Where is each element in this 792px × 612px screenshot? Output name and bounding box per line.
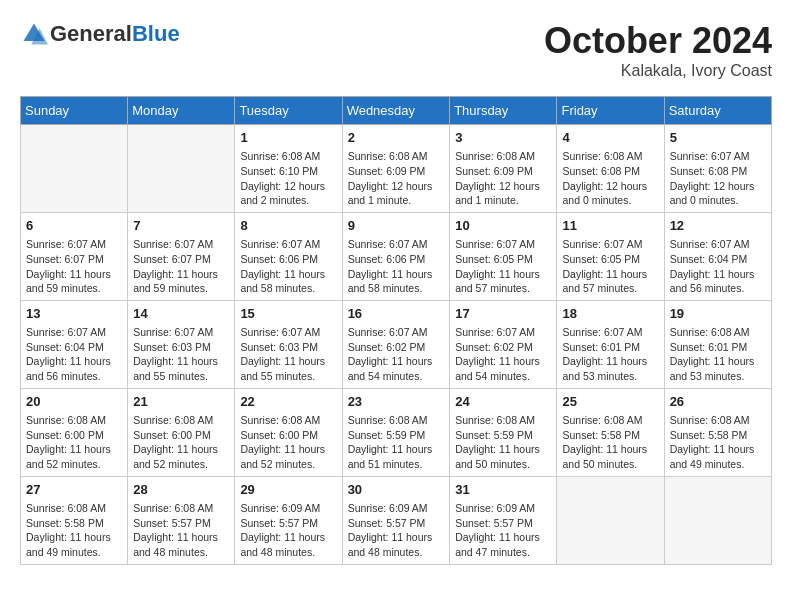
calendar-cell: 4Sunrise: 6:08 AM Sunset: 6:08 PM Daylig…	[557, 125, 664, 213]
day-number: 6	[26, 217, 122, 235]
logo-text: General Blue	[50, 21, 180, 47]
calendar-cell: 19Sunrise: 6:08 AM Sunset: 6:01 PM Dayli…	[664, 300, 771, 388]
day-number: 19	[670, 305, 766, 323]
day-number: 15	[240, 305, 336, 323]
day-info: Sunrise: 6:07 AM Sunset: 6:04 PM Dayligh…	[670, 237, 766, 296]
calendar-cell: 2Sunrise: 6:08 AM Sunset: 6:09 PM Daylig…	[342, 125, 450, 213]
day-info: Sunrise: 6:08 AM Sunset: 6:00 PM Dayligh…	[133, 413, 229, 472]
day-info: Sunrise: 6:08 AM Sunset: 5:57 PM Dayligh…	[133, 501, 229, 560]
day-number: 20	[26, 393, 122, 411]
day-number: 17	[455, 305, 551, 323]
calendar-cell: 9Sunrise: 6:07 AM Sunset: 6:06 PM Daylig…	[342, 212, 450, 300]
calendar-cell: 27Sunrise: 6:08 AM Sunset: 5:58 PM Dayli…	[21, 476, 128, 564]
calendar-cell: 14Sunrise: 6:07 AM Sunset: 6:03 PM Dayli…	[128, 300, 235, 388]
day-info: Sunrise: 6:08 AM Sunset: 6:09 PM Dayligh…	[455, 149, 551, 208]
calendar-cell: 31Sunrise: 6:09 AM Sunset: 5:57 PM Dayli…	[450, 476, 557, 564]
calendar-cell: 11Sunrise: 6:07 AM Sunset: 6:05 PM Dayli…	[557, 212, 664, 300]
calendar-cell: 21Sunrise: 6:08 AM Sunset: 6:00 PM Dayli…	[128, 388, 235, 476]
day-info: Sunrise: 6:08 AM Sunset: 6:01 PM Dayligh…	[670, 325, 766, 384]
calendar-table: SundayMondayTuesdayWednesdayThursdayFrid…	[20, 96, 772, 565]
calendar-cell: 12Sunrise: 6:07 AM Sunset: 6:04 PM Dayli…	[664, 212, 771, 300]
day-number: 29	[240, 481, 336, 499]
day-number: 30	[348, 481, 445, 499]
calendar-cell: 28Sunrise: 6:08 AM Sunset: 5:57 PM Dayli…	[128, 476, 235, 564]
day-number: 7	[133, 217, 229, 235]
day-info: Sunrise: 6:07 AM Sunset: 6:04 PM Dayligh…	[26, 325, 122, 384]
logo-general: General	[50, 21, 132, 47]
day-info: Sunrise: 6:07 AM Sunset: 6:05 PM Dayligh…	[455, 237, 551, 296]
day-number: 31	[455, 481, 551, 499]
calendar-week-row: 1Sunrise: 6:08 AM Sunset: 6:10 PM Daylig…	[21, 125, 772, 213]
day-number: 23	[348, 393, 445, 411]
weekday-header: Sunday	[21, 97, 128, 125]
calendar-cell: 23Sunrise: 6:08 AM Sunset: 5:59 PM Dayli…	[342, 388, 450, 476]
calendar-cell	[557, 476, 664, 564]
day-number: 22	[240, 393, 336, 411]
day-info: Sunrise: 6:09 AM Sunset: 5:57 PM Dayligh…	[348, 501, 445, 560]
day-number: 25	[562, 393, 658, 411]
day-number: 5	[670, 129, 766, 147]
day-number: 4	[562, 129, 658, 147]
day-number: 2	[348, 129, 445, 147]
calendar-week-row: 27Sunrise: 6:08 AM Sunset: 5:58 PM Dayli…	[21, 476, 772, 564]
weekday-header: Friday	[557, 97, 664, 125]
day-info: Sunrise: 6:07 AM Sunset: 6:01 PM Dayligh…	[562, 325, 658, 384]
day-number: 9	[348, 217, 445, 235]
day-info: Sunrise: 6:09 AM Sunset: 5:57 PM Dayligh…	[455, 501, 551, 560]
weekday-header: Saturday	[664, 97, 771, 125]
day-info: Sunrise: 6:08 AM Sunset: 5:59 PM Dayligh…	[455, 413, 551, 472]
day-number: 13	[26, 305, 122, 323]
day-number: 21	[133, 393, 229, 411]
month-title: October 2024	[544, 20, 772, 62]
page-header: General Blue October 2024 Kalakala, Ivor…	[20, 20, 772, 80]
day-info: Sunrise: 6:08 AM Sunset: 5:58 PM Dayligh…	[562, 413, 658, 472]
calendar-cell: 22Sunrise: 6:08 AM Sunset: 6:00 PM Dayli…	[235, 388, 342, 476]
day-info: Sunrise: 6:07 AM Sunset: 6:02 PM Dayligh…	[455, 325, 551, 384]
location: Kalakala, Ivory Coast	[544, 62, 772, 80]
calendar-cell	[128, 125, 235, 213]
day-info: Sunrise: 6:08 AM Sunset: 6:10 PM Dayligh…	[240, 149, 336, 208]
calendar-cell: 6Sunrise: 6:07 AM Sunset: 6:07 PM Daylig…	[21, 212, 128, 300]
calendar-cell: 13Sunrise: 6:07 AM Sunset: 6:04 PM Dayli…	[21, 300, 128, 388]
calendar-cell: 30Sunrise: 6:09 AM Sunset: 5:57 PM Dayli…	[342, 476, 450, 564]
weekday-header: Monday	[128, 97, 235, 125]
calendar-cell: 16Sunrise: 6:07 AM Sunset: 6:02 PM Dayli…	[342, 300, 450, 388]
calendar-cell: 8Sunrise: 6:07 AM Sunset: 6:06 PM Daylig…	[235, 212, 342, 300]
day-info: Sunrise: 6:07 AM Sunset: 6:05 PM Dayligh…	[562, 237, 658, 296]
calendar-cell: 15Sunrise: 6:07 AM Sunset: 6:03 PM Dayli…	[235, 300, 342, 388]
day-number: 12	[670, 217, 766, 235]
calendar-cell: 10Sunrise: 6:07 AM Sunset: 6:05 PM Dayli…	[450, 212, 557, 300]
logo: General Blue	[20, 20, 180, 48]
logo-icon	[20, 20, 48, 48]
calendar-cell: 18Sunrise: 6:07 AM Sunset: 6:01 PM Dayli…	[557, 300, 664, 388]
day-number: 24	[455, 393, 551, 411]
day-number: 26	[670, 393, 766, 411]
calendar-cell: 25Sunrise: 6:08 AM Sunset: 5:58 PM Dayli…	[557, 388, 664, 476]
day-number: 14	[133, 305, 229, 323]
day-number: 3	[455, 129, 551, 147]
day-number: 27	[26, 481, 122, 499]
day-info: Sunrise: 6:09 AM Sunset: 5:57 PM Dayligh…	[240, 501, 336, 560]
calendar-cell	[664, 476, 771, 564]
calendar-cell: 26Sunrise: 6:08 AM Sunset: 5:58 PM Dayli…	[664, 388, 771, 476]
calendar-week-row: 6Sunrise: 6:07 AM Sunset: 6:07 PM Daylig…	[21, 212, 772, 300]
day-info: Sunrise: 6:07 AM Sunset: 6:08 PM Dayligh…	[670, 149, 766, 208]
calendar-week-row: 20Sunrise: 6:08 AM Sunset: 6:00 PM Dayli…	[21, 388, 772, 476]
day-number: 11	[562, 217, 658, 235]
day-number: 8	[240, 217, 336, 235]
calendar-cell: 24Sunrise: 6:08 AM Sunset: 5:59 PM Dayli…	[450, 388, 557, 476]
calendar-cell	[21, 125, 128, 213]
calendar-cell: 20Sunrise: 6:08 AM Sunset: 6:00 PM Dayli…	[21, 388, 128, 476]
day-info: Sunrise: 6:07 AM Sunset: 6:07 PM Dayligh…	[133, 237, 229, 296]
day-info: Sunrise: 6:07 AM Sunset: 6:03 PM Dayligh…	[133, 325, 229, 384]
weekday-header: Wednesday	[342, 97, 450, 125]
calendar-week-row: 13Sunrise: 6:07 AM Sunset: 6:04 PM Dayli…	[21, 300, 772, 388]
calendar-cell: 17Sunrise: 6:07 AM Sunset: 6:02 PM Dayli…	[450, 300, 557, 388]
logo-blue: Blue	[132, 21, 180, 47]
day-info: Sunrise: 6:07 AM Sunset: 6:06 PM Dayligh…	[348, 237, 445, 296]
calendar-cell: 1Sunrise: 6:08 AM Sunset: 6:10 PM Daylig…	[235, 125, 342, 213]
calendar-cell: 29Sunrise: 6:09 AM Sunset: 5:57 PM Dayli…	[235, 476, 342, 564]
day-info: Sunrise: 6:07 AM Sunset: 6:02 PM Dayligh…	[348, 325, 445, 384]
day-info: Sunrise: 6:08 AM Sunset: 5:59 PM Dayligh…	[348, 413, 445, 472]
day-number: 10	[455, 217, 551, 235]
